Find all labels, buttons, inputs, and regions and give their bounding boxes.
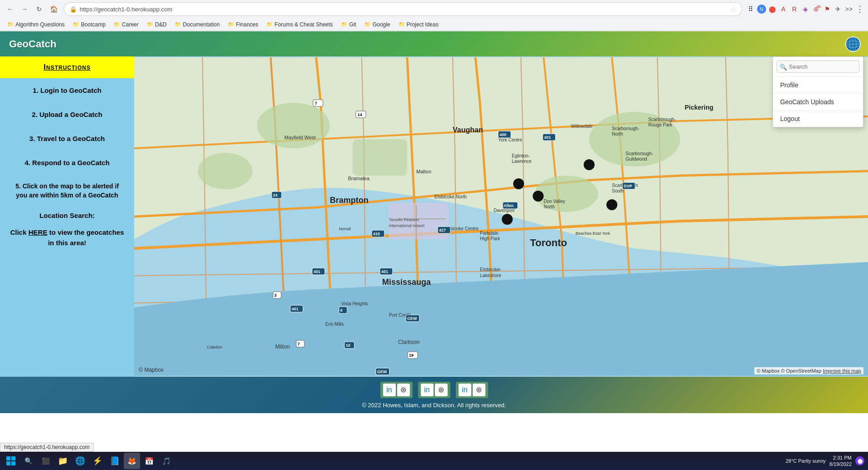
svg-text:Norval: Norval [339,227,351,231]
sidebar-step-4: 4. Respond to a GeoCatch [0,151,134,175]
svg-text:427: 427 [439,228,446,232]
taskbar-icons: 🔍 ⬛ 📁 🌐 ⚡ 📘 🦊 📅 🎵 [20,453,784,469]
svg-point-7 [257,103,330,148]
footer-linkedin-icon-2[interactable]: in [421,384,434,396]
improve-map-link[interactable]: Improve this map [823,368,861,374]
bookmark-forums[interactable]: 📁 Forums & Cheat Sheets [263,20,337,29]
bookmark-bootcamp[interactable]: 📁 Bootcamp [69,20,109,29]
svg-text:Beaches-East York: Beaches-East York [575,231,611,236]
taskbar-task-view-icon[interactable]: ⬛ [37,453,54,469]
ext-2[interactable]: N [757,5,766,14]
ext-7[interactable]: ⊕40 [812,5,821,14]
app-header: GeoCatch 🔍 Profile GeoCatch Uploads Logo… [0,31,868,56]
ext-1[interactable]: ⠿ [746,5,755,14]
home-button[interactable]: 🏠 [47,3,60,15]
svg-text:GEW: GEW [407,316,417,321]
svg-text:Willowdale: Willowdale [571,124,593,129]
reload-button[interactable]: ↻ [33,3,45,15]
taskbar-explorer-icon[interactable]: 📁 [55,453,71,469]
folder-icon: 📁 [399,21,405,27]
svg-rect-93 [11,461,15,465]
svg-text:7: 7 [298,342,300,346]
main-content: Instructions 1. Login to GeoCatch 2. Upl… [0,56,868,377]
forward-button[interactable]: → [18,3,31,15]
taskbar-edge-icon[interactable]: 🌐 [72,453,88,469]
ext-5[interactable]: R [790,5,799,14]
bookmark-label: Forums & Cheat Sheets [275,21,333,28]
bookmark-project-ideas[interactable]: 📁 Project Ideas [395,20,442,29]
here-link[interactable]: HERE [28,228,47,236]
dropdown-search-container: 🔍 [773,57,863,77]
dropdown-profile[interactable]: Profile [773,77,863,94]
bookmark-google[interactable]: 📁 Google [361,20,394,29]
browser-chrome: ← → ↻ 🏠 🔒 https://geocatch1-0.herokuapp.… [0,0,868,31]
bookmark-career[interactable]: 📁 Career [110,20,142,29]
svg-text:North: North [544,204,555,209]
start-button[interactable] [4,454,18,468]
ext-3[interactable]: ⬤ [768,5,777,14]
folder-icon: 📁 [147,21,153,27]
globe-button[interactable] [845,36,861,52]
bookmark-git[interactable]: 📁 Git [338,20,360,29]
footer-github-icon-3[interactable]: ⊛ [473,384,485,396]
taskbar-app1-icon[interactable]: ⚡ [89,453,106,469]
bookmark-algorithm[interactable]: 📁 Algorithm Questions [4,20,68,29]
status-url: https://geocatch1-0.herokuapp.com [0,443,94,452]
svg-text:401: 401 [544,135,551,140]
taskbar-firefox-icon[interactable]: 🦊 [124,453,140,469]
ext-9[interactable]: ✈ [833,5,843,14]
svg-text:Etobicoke-: Etobicoke- [480,267,501,272]
address-bar-url: https://geocatch1-0.herokuapp.com [80,6,172,13]
taskbar-music-icon[interactable]: 🎵 [158,453,175,469]
bookmark-label: Project Ideas [407,21,439,28]
ext-6[interactable]: ◈ [801,5,810,14]
svg-text:Malton: Malton [416,169,431,174]
click-here-link[interactable]: Click HERE to view the geocatches in thi… [0,224,134,257]
footer-linkedin-icon-1[interactable]: in [383,384,396,396]
svg-text:410: 410 [373,232,380,236]
address-bar[interactable]: 🔒 https://geocatch1-0.herokuapp.com ☆ [64,2,742,16]
folder-icon: 📁 [7,21,14,27]
geocatch-marker-1 [584,159,595,170]
footer-github-icon-1[interactable]: ⊛ [397,384,410,396]
svg-text:Don Valley: Don Valley [544,199,565,204]
ext-more[interactable]: >> [844,5,853,14]
bookmark-label: D&D [155,21,167,28]
svg-text:Bramalea: Bramalea [348,176,370,181]
map-attribution: © Mapbox © OpenStreetMap Improve this ma… [754,367,863,374]
sidebar-step-5: 5. Click on the map to be alerted if you… [0,175,134,207]
back-button[interactable]: ← [4,3,16,15]
map-container[interactable]: Brampton Mississauga Toronto Vaughan Pic… [134,56,868,377]
svg-text:401: 401 [313,269,320,274]
taskbar-teams-icon[interactable]: 📅 [141,453,157,469]
browser-toolbar: ← → ↻ 🏠 🔒 https://geocatch1-0.herokuapp.… [0,0,868,18]
bookmark-dnd[interactable]: 📁 D&D [143,20,170,29]
bookmark-finances[interactable]: 📁 Finances [224,20,262,29]
footer: in ⊛ in ⊛ in ⊛ © 2022 Howes, Islam, and … [0,377,868,413]
dropdown-logout[interactable]: Logout [773,111,863,127]
bookmark-star-icon[interactable]: ☆ [730,5,737,14]
svg-text:Guildwood: Guildwood [626,157,647,162]
taskbar-vscode-icon[interactable]: 📘 [106,453,123,469]
svg-rect-11 [353,139,407,176]
browser-extensions: ⠿ N ⬤ A R ◈ ⊕40 ⚑ ✈ >> ⋮ [746,5,864,14]
sidebar-step-2: 2. Upload a GeoCatch [0,102,134,126]
menu-button[interactable]: ⋮ [855,5,864,14]
ext-8[interactable]: ⚑ [823,5,832,14]
folder-icon: 📁 [341,21,348,27]
taskbar-search-icon[interactable]: 🔍 [20,453,36,469]
location-search-label: Location Search: [0,207,134,224]
footer-github-icon-2[interactable]: ⊛ [435,384,448,396]
folder-icon: 📁 [228,21,234,27]
search-input[interactable] [777,61,859,73]
dropdown-geocatch-uploads[interactable]: GeoCatch Uploads [773,94,863,111]
svg-text:Caledon: Caledon [207,345,222,349]
svg-rect-91 [11,456,15,460]
folder-icon: 📁 [73,21,79,27]
footer-linkedin-icon-3[interactable]: in [459,384,471,396]
svg-text:Scarborough-: Scarborough- [648,117,676,122]
footer-icon-group-1: in ⊛ [380,382,413,398]
ext-4[interactable]: A [779,5,788,14]
bookmark-documentation[interactable]: 📁 Documentation [171,20,223,29]
sidebar-step-1: 1. Login to GeoCatch [0,78,134,102]
